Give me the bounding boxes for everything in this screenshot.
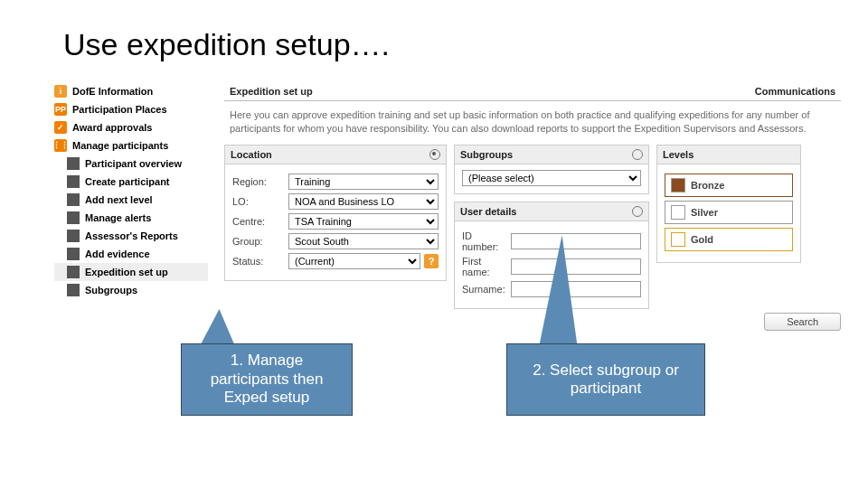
group-label: Group: [232,236,288,247]
id-label: ID number: [462,230,511,252]
levels-panel: Levels Bronze Silver Gold [656,145,801,263]
gold-swatch-icon [671,232,685,247]
nav-label: Award approvals [72,122,152,133]
level-bronze[interactable]: Bronze [665,174,793,197]
nav-label: Create participant [85,176,170,187]
slide-title: Use expedition setup…. [63,27,841,62]
firstname-label: First name: [462,256,511,277]
check-icon: ✓ [54,121,67,134]
level-label: Silver [691,207,718,218]
sidebar: i DofE Information PP Participation Plac… [54,82,208,299]
surname-label: Surname: [462,284,511,295]
nav-add-evidence[interactable]: Add evidence [54,245,208,263]
status-select[interactable]: (Current) [288,253,420,269]
square-icon [67,248,80,260]
subgroups-panel: Subgroups (Please select) [454,145,649,194]
subgroups-radio[interactable] [632,149,643,160]
level-gold[interactable]: Gold [665,228,793,251]
nav-label: Add evidence [85,249,150,259]
square-icon [67,175,80,188]
square-icon [67,193,80,206]
panel-heading: Subgroups [460,149,513,160]
help-icon[interactable]: ? [424,254,439,268]
nav-label: Manage alerts [85,212,151,223]
nav-dofe-info[interactable]: i DofE Information [54,82,208,100]
square-icon [67,157,80,170]
page-title: Expedition set up [230,86,313,97]
status-label: Status: [232,256,288,267]
region-label: Region: [232,176,288,187]
level-label: Gold [691,234,713,245]
bronze-swatch-icon [671,178,685,192]
group-select[interactable]: Scout South [288,233,439,249]
grid-icon: ⋮⋮ [54,139,67,152]
location-radio[interactable] [429,149,440,160]
intro-text: Here you can approve expedition training… [224,101,841,145]
level-silver[interactable]: Silver [665,201,793,224]
panel-heading: User details [460,206,516,217]
nav-create-participant[interactable]: Create participant [54,173,208,191]
region-select[interactable]: Training [288,174,439,190]
silver-swatch-icon [671,205,685,220]
nav-label: Subgroups [85,285,137,296]
main-area: Expedition set up Communications Here yo… [224,82,841,331]
nav-subgroups[interactable]: Subgroups [54,281,208,299]
search-button[interactable]: Search [764,313,841,331]
panel-heading: Levels [663,149,693,160]
square-icon [67,284,80,296]
square-icon [67,266,80,278]
nav-participant-overview[interactable]: Participant overview [54,155,208,173]
nav-participation-places[interactable]: PP Participation Places [54,100,208,118]
nav-label: Expedition set up [85,267,168,277]
lo-select[interactable]: NOA and Business LO [288,193,439,210]
nav-manage-alerts[interactable]: Manage alerts [54,209,208,227]
nav-label: Assessor's Reports [85,230,178,241]
nav-label: DofE Information [72,86,153,97]
centre-select[interactable]: TSA Training [288,213,439,230]
nav-award-approvals[interactable]: ✓ Award approvals [54,118,208,136]
lo-label: LO: [232,196,288,207]
nav-label: Participation Places [72,104,167,115]
nav-label: Participant overview [85,158,182,169]
nav-assessors-reports[interactable]: Assessor's Reports [54,227,208,245]
callout-2: 2. Select subgroup or participant [506,343,705,416]
square-icon [67,211,80,224]
nav-label: Add next level [85,194,153,205]
nav-add-next-level[interactable]: Add next level [54,191,208,209]
subgroups-select[interactable]: (Please select) [462,170,641,186]
panel-heading: Location [231,149,272,160]
level-label: Bronze [691,180,724,191]
pp-icon: PP [54,103,67,116]
user-radio[interactable] [632,206,643,217]
centre-label: Centre: [232,216,288,227]
location-panel: Location Region:Training LO:NOA and Busi… [224,145,447,281]
square-icon [67,230,80,242]
nav-label: Manage participants [72,140,168,151]
callout-1: 1. Manage participants then Exped setup [181,343,353,416]
info-icon: i [54,85,67,98]
communications-link[interactable]: Communications [755,86,835,97]
nav-manage-participants[interactable]: ⋮⋮ Manage participants [54,136,208,155]
nav-expedition-setup[interactable]: Expedition set up [54,263,208,281]
